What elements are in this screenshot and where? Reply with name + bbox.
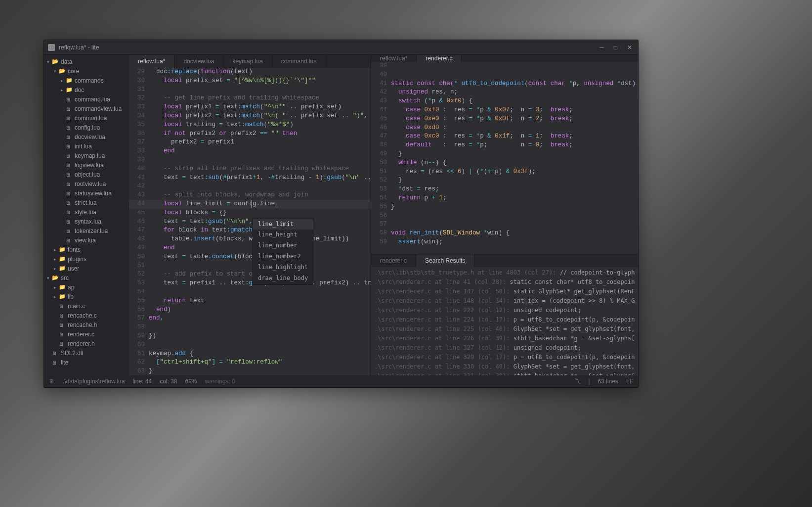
tree-item[interactable]: ▾📂core: [44, 66, 129, 76]
tree-item-label: keymap.lua: [75, 152, 105, 159]
file-icon: 🗎: [59, 322, 66, 328]
tab[interactable]: docview.lua: [174, 55, 223, 68]
folder-icon: 📁: [59, 246, 66, 253]
left-editor[interactable]: 29 30 31 32 33 34 35 36 37 38 39 40 41 4…: [129, 68, 371, 375]
tree-item[interactable]: 🗎style.lua: [44, 207, 129, 217]
tree-item[interactable]: 🗎common.lua: [44, 113, 129, 123]
file-icon: 🗎: [66, 115, 73, 121]
tree-item[interactable]: 🗎renderer.h: [44, 339, 129, 348]
right-editor[interactable]: 39 40 41 42 43 44 45 46 47 48 49 50 51 5…: [371, 62, 638, 254]
tab[interactable]: reflow.lua*: [371, 55, 417, 62]
tree-item[interactable]: ▸📁fonts: [44, 245, 129, 254]
search-result-row[interactable]: .\src\renderer.c at line 226 (col 39): s…: [374, 334, 635, 343]
autocomplete-item[interactable]: draw_line_body: [253, 273, 313, 284]
tree-item-label: rencache.c: [68, 312, 97, 319]
search-result-row[interactable]: .\src\renderer.c at line 331 (col 39): s…: [374, 371, 635, 375]
tree-item-label: SDL2.dll: [61, 350, 83, 357]
tree-item[interactable]: ▸📁api: [44, 282, 129, 292]
tree-item[interactable]: ▸📁doc: [44, 85, 129, 94]
tree-item[interactable]: ▾📂data: [44, 57, 129, 66]
chevron-icon: ▸: [61, 88, 66, 92]
file-icon: 🗎: [66, 162, 73, 168]
tree-item[interactable]: 🗎tokenizer.lua: [44, 226, 129, 235]
tab[interactable]: renderer.c: [371, 254, 416, 267]
folder-icon: 📁: [59, 265, 66, 272]
folder-open-icon: 📂: [52, 275, 59, 281]
autocomplete-item[interactable]: line_number: [253, 240, 313, 251]
search-result-row[interactable]: .\src\renderer.c at line 148 (col 14): i…: [374, 296, 635, 306]
tree-item[interactable]: 🗎init.lua: [44, 141, 129, 151]
tree-item-label: commands: [75, 77, 104, 84]
tab[interactable]: keymap.lua: [223, 55, 272, 68]
tree-item[interactable]: 🗎main.c: [44, 301, 129, 311]
file-icon: 🗎: [66, 143, 73, 149]
folder-icon: 📁: [59, 284, 66, 290]
chevron-icon: ▸: [54, 266, 59, 271]
tree-item[interactable]: ▸📁lib: [44, 292, 129, 301]
tree-item-label: logview.lua: [75, 162, 104, 169]
tab[interactable]: renderer.c: [417, 55, 462, 62]
window-title: reflow.lua* - lite: [59, 44, 599, 51]
search-results[interactable]: .\src\lib\stb\stb_truetype.h at line 480…: [371, 267, 638, 375]
tree-item[interactable]: 🗎statusview.lua: [44, 188, 129, 198]
tree-item[interactable]: 🗎logview.lua: [44, 160, 129, 170]
left-tabs[interactable]: reflow.lua*docview.luakeymap.luacommand.…: [129, 55, 371, 68]
search-result-row[interactable]: .\src\lib\stb\stb_truetype.h at line 480…: [374, 268, 635, 277]
autocomplete-popup[interactable]: line_limitline_heightline_numberline_num…: [253, 218, 313, 285]
statusbar: 🗎 .\data\plugins\reflow.lua line: 44 col…: [44, 375, 638, 387]
file-tree[interactable]: ▾📂data▾📂core▸📁commands▸📁doc🗎command.lua🗎…: [44, 55, 129, 375]
maximize-button[interactable]: □: [614, 44, 617, 51]
tree-item-label: lite: [61, 359, 68, 366]
tree-item[interactable]: ▾📂src: [44, 273, 129, 282]
autocomplete-item[interactable]: line_height: [253, 230, 313, 240]
chevron-icon: ▸: [61, 78, 66, 83]
tree-item-label: tokenizer.lua: [75, 228, 108, 234]
search-result-row[interactable]: .\src\renderer.c at line 330 (col 40): G…: [374, 362, 635, 371]
tree-item[interactable]: 🗎lite: [44, 358, 129, 367]
tree-item-label: data: [61, 58, 72, 65]
tree-item[interactable]: 🗎view.lua: [44, 235, 129, 245]
tree-item[interactable]: 🗎docview.lua: [44, 132, 129, 141]
search-result-row[interactable]: .\src\renderer.c at line 224 (col 17): p…: [374, 315, 635, 324]
autocomplete-item[interactable]: line_highlight: [253, 262, 313, 273]
titlebar[interactable]: reflow.lua* - lite ─ □ ✕: [44, 40, 638, 55]
search-result-row[interactable]: .\src\renderer.c at line 225 (col 40): G…: [374, 324, 635, 334]
tree-item[interactable]: 🗎config.lua: [44, 123, 129, 132]
tree-item[interactable]: 🗎syntax.lua: [44, 217, 129, 226]
close-button[interactable]: ✕: [627, 44, 632, 51]
search-result-row[interactable]: .\src\renderer.c at line 222 (col 12): u…: [374, 306, 635, 315]
search-result-row[interactable]: .\src\renderer.c at line 147 (col 50): s…: [374, 287, 635, 296]
autocomplete-item[interactable]: line_number2: [253, 251, 313, 262]
tree-item[interactable]: 🗎keymap.lua: [44, 151, 129, 160]
tab[interactable]: reflow.lua*: [129, 55, 174, 68]
tree-item[interactable]: 🗎rencache.h: [44, 320, 129, 329]
autocomplete-item[interactable]: line_limit: [253, 219, 313, 230]
folder-icon: 📁: [66, 87, 73, 93]
tree-item-label: core: [68, 68, 79, 75]
right-tabs[interactable]: reflow.lua*renderer.c: [371, 55, 638, 62]
tree-item[interactable]: 🗎command.lua: [44, 94, 129, 104]
search-result-row[interactable]: .\src\renderer.c at line 329 (col 17): p…: [374, 353, 635, 362]
tree-item[interactable]: ▸📁user: [44, 264, 129, 273]
tab[interactable]: Search Results: [416, 254, 474, 267]
tree-item[interactable]: ▸📁plugins: [44, 254, 129, 264]
tree-item[interactable]: 🗎object.lua: [44, 170, 129, 179]
tree-item-label: renderer.c: [68, 331, 94, 338]
tree-item[interactable]: 🗎SDL2.dll: [44, 348, 129, 358]
app-icon: [48, 44, 55, 51]
search-result-row[interactable]: .\src\renderer.c at line 41 (col 28): st…: [374, 277, 635, 287]
tree-item-label: config.lua: [75, 124, 100, 131]
tree-item[interactable]: 🗎renderer.c: [44, 329, 129, 339]
bottom-tabs[interactable]: renderer.cSearch Results: [371, 254, 638, 267]
folder-open-icon: 📂: [52, 58, 59, 65]
tree-item[interactable]: ▸📁commands: [44, 76, 129, 85]
tree-item[interactable]: 🗎commandview.lua: [44, 104, 129, 113]
folder-open-icon: 📂: [59, 68, 66, 74]
tree-item-label: command.lua: [75, 96, 110, 103]
tree-item[interactable]: 🗎rootview.lua: [44, 179, 129, 188]
minimize-button[interactable]: ─: [599, 44, 604, 51]
tab[interactable]: command.lua: [272, 55, 326, 68]
search-result-row[interactable]: .\src\renderer.c at line 327 (col 12): u…: [374, 343, 635, 353]
tree-item[interactable]: 🗎rencache.c: [44, 311, 129, 320]
tree-item[interactable]: 🗎strict.lua: [44, 198, 129, 207]
